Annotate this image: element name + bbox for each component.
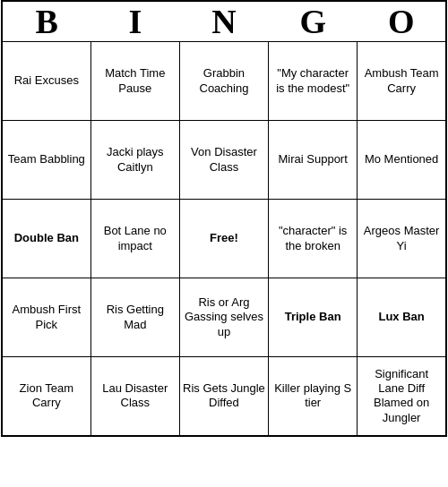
cell-4-3: Killer playing S tier xyxy=(269,357,358,436)
cell-4-1: Lau Disaster Class xyxy=(90,357,179,436)
header-row: BINGO xyxy=(2,1,446,42)
cell-2-3: "character" is the broken xyxy=(269,200,358,278)
cell-2-4: Argeos Master Yi xyxy=(358,200,446,278)
grid-row-2: Double BanBot Lane no impactFree!"charac… xyxy=(2,200,446,278)
grid-body: Rai ExcusesMatch Time PauseGrabbin Coach… xyxy=(2,42,446,436)
grid-row-4: Zion Team CarryLau Disaster ClassRis Get… xyxy=(2,357,446,436)
cell-0-2: Grabbin Coaching xyxy=(179,42,268,121)
cell-1-3: Mirai Support xyxy=(269,121,358,200)
cell-4-0: Zion Team Carry xyxy=(2,357,90,436)
cell-0-1: Match Time Pause xyxy=(90,42,179,121)
cell-1-0: Team Babbling xyxy=(2,121,90,200)
cell-1-2: Von Disaster Class xyxy=(179,121,268,200)
cell-3-4: Lux Ban xyxy=(358,278,446,357)
grid-row-1: Team BabblingJacki plays CaitlynVon Disa… xyxy=(2,121,446,200)
grid-row-0: Rai ExcusesMatch Time PauseGrabbin Coach… xyxy=(2,42,446,121)
cell-2-1: Bot Lane no impact xyxy=(90,200,179,278)
header-letter-o: O xyxy=(358,1,446,42)
cell-1-1: Jacki plays Caitlyn xyxy=(90,121,179,200)
cell-3-1: Ris Getting Mad xyxy=(90,278,179,357)
cell-3-3: Triple Ban xyxy=(269,278,358,357)
cell-1-4: Mo Mentioned xyxy=(358,121,446,200)
header-letter-i: I xyxy=(90,1,179,42)
cell-2-0: Double Ban xyxy=(2,200,90,278)
cell-0-3: "My character is the modest" xyxy=(269,42,358,121)
cell-4-4: Significant Lane Diff Blamed on Jungler xyxy=(358,357,446,436)
cell-4-2: Ris Gets Jungle Diffed xyxy=(179,357,268,436)
cell-3-0: Ambush First Pick xyxy=(2,278,90,357)
cell-0-0: Rai Excuses xyxy=(2,42,90,121)
bingo-grid: BINGO Rai ExcusesMatch Time PauseGrabbin… xyxy=(1,0,447,437)
cell-0-4: Ambush Team Carry xyxy=(358,42,446,121)
header-letter-n: N xyxy=(179,1,268,42)
header-letter-g: G xyxy=(269,1,358,42)
header-letter-b: B xyxy=(2,1,90,42)
grid-row-3: Ambush First PickRis Getting MadRis or A… xyxy=(2,278,446,357)
cell-3-2: Ris or Arg Gassing selves up xyxy=(179,278,268,357)
cell-2-2: Free! xyxy=(179,200,268,278)
